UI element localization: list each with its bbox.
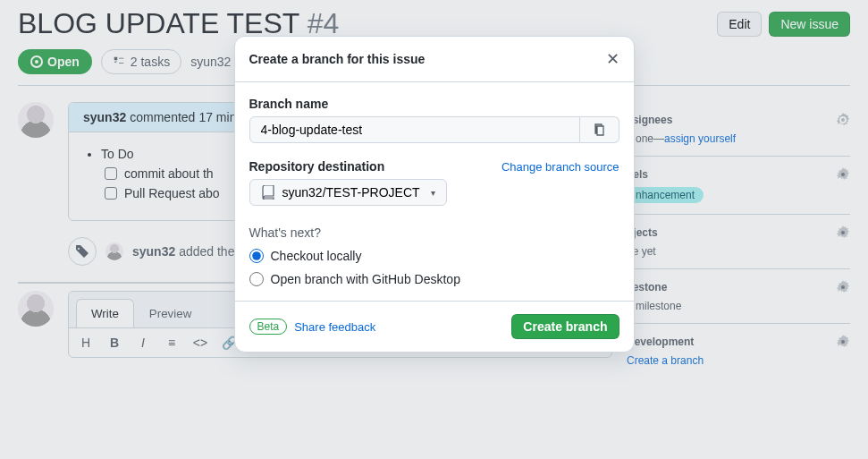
radio-label: Open branch with GitHub Desktop	[271, 272, 460, 286]
repo-destination-dropdown[interactable]: syun32/TEST-PROJECT ▾	[249, 179, 447, 206]
change-branch-source-link[interactable]: Change branch source	[501, 160, 619, 174]
radio-input[interactable]	[249, 272, 264, 286]
branch-name-label: Branch name	[249, 97, 619, 111]
beta-badge: Beta	[249, 319, 288, 335]
radio-label: Checkout locally	[271, 249, 362, 263]
close-icon: ✕	[606, 50, 619, 68]
repo-destination-label: Repository destination	[249, 159, 385, 174]
copy-icon	[592, 123, 606, 137]
modal-overlay[interactable]: Create a branch for this issue ✕ Branch …	[0, 0, 868, 459]
repo-name: syun32/TEST-PROJECT	[282, 185, 420, 200]
branch-name-input[interactable]	[249, 116, 580, 143]
copy-button[interactable]	[580, 116, 619, 143]
create-branch-button[interactable]: Create branch	[511, 314, 619, 339]
radio-checkout-locally[interactable]: Checkout locally	[249, 249, 619, 263]
radio-github-desktop[interactable]: Open branch with GitHub Desktop	[249, 272, 619, 286]
modal-title: Create a branch for this issue	[249, 52, 426, 66]
close-button[interactable]: ✕	[606, 49, 619, 69]
radio-input[interactable]	[249, 249, 264, 263]
caret-down-icon: ▾	[431, 188, 435, 198]
create-branch-modal: Create a branch for this issue ✕ Branch …	[234, 36, 635, 353]
repo-icon	[261, 185, 275, 200]
whats-next-label: What's next?	[249, 225, 619, 240]
share-feedback-link[interactable]: Share feedback	[294, 320, 375, 334]
